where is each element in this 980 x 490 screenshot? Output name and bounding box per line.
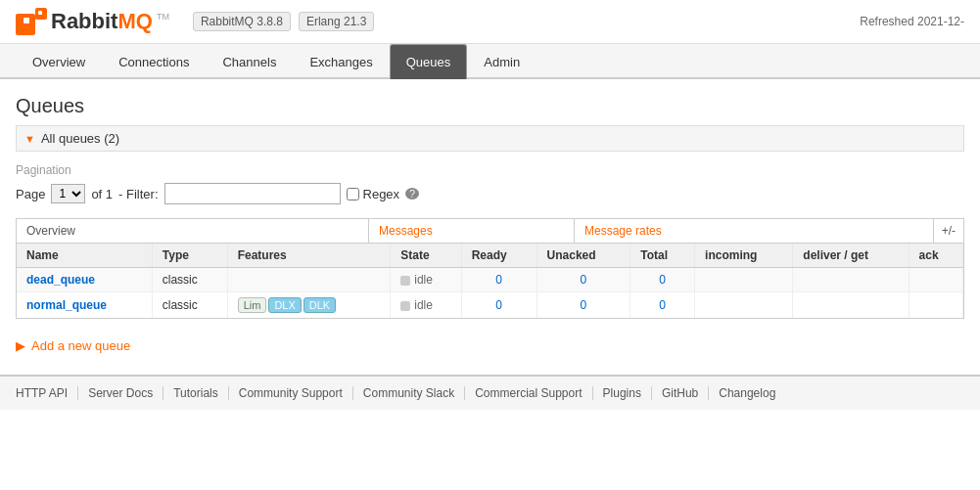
table-row: normal_queueclassicLimDLXDLKidle000 (17, 292, 963, 319)
refreshed-time: Refreshed 2021-12- (860, 15, 964, 28)
table-section-headers: Overview Messages Message rates +/- (17, 219, 963, 244)
col-ready: Ready (461, 244, 537, 268)
queue-unacked: 0 (537, 292, 630, 319)
th-overview: Overview (17, 219, 369, 243)
state-indicator-icon (400, 276, 410, 286)
page-title: Queues (16, 95, 964, 117)
queue-deliver-get (793, 292, 909, 319)
rabbitmq-logo-icon (16, 8, 47, 35)
nav-admin[interactable]: Admin (467, 44, 537, 79)
footer-link-github[interactable]: GitHub (652, 386, 709, 400)
col-unacked: Unacked (537, 244, 630, 268)
add-queue-section[interactable]: ▶ Add a new queue (16, 333, 964, 359)
footer-link-plugins[interactable]: Plugins (593, 386, 652, 400)
col-state: State (391, 244, 461, 268)
erlang-version: Erlang 21.3 (299, 12, 374, 31)
logo-text: RabbitMQ (51, 9, 153, 34)
queue-name[interactable]: dead_queue (17, 268, 152, 292)
pagination-row: Page 1 of 1 - Filter: Regex ? (16, 183, 964, 204)
svg-rect-0 (16, 14, 35, 35)
filter-label: - Filter: (118, 187, 158, 201)
svg-rect-3 (38, 11, 42, 15)
queue-type: classic (152, 268, 227, 292)
queue-total: 0 (630, 268, 695, 292)
th-rates: Message rates (575, 219, 934, 243)
regex-label: Regex (347, 187, 400, 201)
queue-state: idle (391, 292, 461, 319)
state-indicator-icon (400, 301, 410, 311)
section-label: All queues (2) (41, 131, 119, 146)
col-type: Type (152, 244, 227, 268)
nav-queues[interactable]: Queues (390, 44, 468, 79)
nav-connections[interactable]: Connections (102, 44, 206, 79)
queue-ready: 0 (461, 292, 537, 319)
footer-link-community-support[interactable]: Community Support (229, 386, 353, 400)
filter-input[interactable] (164, 183, 341, 204)
table-row: dead_queueclassicidle000 (17, 268, 963, 292)
main-nav: Overview Connections Channels Exchanges … (0, 44, 980, 79)
footer-link-tutorials[interactable]: Tutorials (163, 386, 229, 400)
queue-state: idle (391, 268, 461, 292)
nav-channels[interactable]: Channels (206, 44, 293, 79)
col-ack: ack (909, 244, 962, 268)
all-queues-section[interactable]: ▼ All queues (2) (16, 125, 964, 152)
queue-ack (909, 268, 962, 292)
footer-link-community-slack[interactable]: Community Slack (353, 386, 465, 400)
queue-ack (909, 292, 962, 319)
queue-features (227, 268, 391, 292)
col-total: Total (630, 244, 695, 268)
queue-ready: 0 (461, 268, 537, 292)
regex-help-link[interactable]: ? (405, 188, 419, 200)
regex-checkbox[interactable] (347, 188, 359, 200)
queue-type: classic (152, 292, 227, 319)
footer: HTTP APIServer DocsTutorialsCommunity Su… (0, 375, 980, 410)
col-name: Name (17, 244, 152, 268)
section-arrow-icon: ▼ (24, 133, 35, 145)
queue-features: LimDLXDLK (227, 292, 391, 319)
pagination-label: Pagination (16, 163, 964, 177)
col-features: Features (227, 244, 391, 268)
version-info: RabbitMQ 3.8.8 Erlang 21.3 (193, 12, 374, 31)
logo: RabbitMQ TM (16, 8, 169, 35)
th-plus-minus[interactable]: +/- (934, 219, 963, 243)
queue-incoming (695, 292, 793, 319)
svg-rect-2 (23, 18, 29, 23)
queue-deliver-get (793, 268, 909, 292)
queue-unacked: 0 (537, 268, 630, 292)
rabbitmq-version: RabbitMQ 3.8.8 (193, 12, 291, 31)
footer-link-http-api[interactable]: HTTP API (16, 386, 78, 400)
page-select[interactable]: 1 (51, 184, 85, 203)
queue-name[interactable]: normal_queue (17, 292, 152, 319)
add-queue-label: Add a new queue (31, 338, 130, 353)
nav-exchanges[interactable]: Exchanges (293, 44, 389, 79)
page-label: Page (16, 187, 45, 201)
of-label: of 1 (91, 187, 113, 201)
queue-incoming (695, 268, 793, 292)
nav-overview[interactable]: Overview (16, 44, 102, 79)
logo-tm: TM (157, 12, 169, 22)
queues-table-wrapper: Overview Messages Message rates +/- Name… (16, 218, 964, 319)
footer-link-server-docs[interactable]: Server Docs (78, 386, 163, 400)
th-messages: Messages (369, 219, 575, 243)
col-deliver-get: deliver / get (793, 244, 909, 268)
add-queue-arrow-icon: ▶ (16, 338, 25, 353)
col-incoming: incoming (695, 244, 793, 268)
footer-link-commercial-support[interactable]: Commercial Support (465, 386, 592, 400)
footer-link-changelog[interactable]: Changelog (709, 386, 785, 400)
queues-table: Name Type Features State Ready Unacked T… (17, 244, 963, 318)
queue-total: 0 (630, 292, 695, 319)
